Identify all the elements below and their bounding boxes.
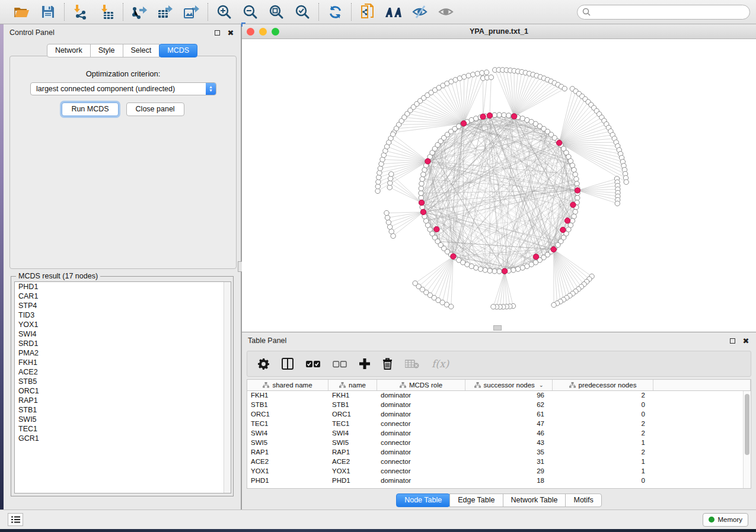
network-node[interactable]: [487, 268, 492, 273]
network-node[interactable]: [492, 269, 497, 274]
mcds-node[interactable]: [560, 227, 566, 232]
network-node[interactable]: [497, 269, 502, 274]
table-cell[interactable]: 96: [465, 391, 553, 400]
column-header-predecessor-nodes[interactable]: predecessor nodes: [553, 380, 653, 390]
network-node[interactable]: [575, 196, 580, 200]
table-cell[interactable]: SWI5: [328, 438, 377, 448]
table-cell[interactable]: 47: [465, 419, 553, 429]
table-cell[interactable]: connector: [377, 457, 465, 467]
table-cell[interactable]: 35: [465, 448, 553, 457]
network-node[interactable]: [492, 113, 497, 117]
network-node[interactable]: [515, 267, 520, 271]
task-history-button[interactable]: [8, 513, 23, 526]
network-node[interactable]: [413, 281, 417, 286]
table-row[interactable]: RAP1RAP1dominator352: [247, 448, 751, 457]
column-header-shared-name[interactable]: shared name: [247, 380, 328, 390]
import-table-icon[interactable]: [98, 3, 116, 21]
table-cell[interactable]: 43: [465, 438, 553, 448]
network-node[interactable]: [419, 191, 423, 196]
control-panel-close-button[interactable]: ✖: [227, 28, 235, 37]
search-input[interactable]: [594, 8, 745, 16]
table-cell[interactable]: YOX1: [328, 467, 377, 476]
tab-select[interactable]: Select: [123, 44, 160, 57]
tab-network-table[interactable]: Network Table: [503, 493, 566, 507]
close-panel-button[interactable]: Close panel: [126, 102, 184, 116]
network-node[interactable]: [511, 268, 516, 273]
network-node[interactable]: [376, 180, 381, 184]
mcds-node[interactable]: [434, 226, 439, 232]
table-cell[interactable]: connector: [377, 467, 465, 476]
mcds-result-item[interactable]: SRD1: [15, 339, 231, 348]
mcds-result-item[interactable]: ACE2: [15, 367, 231, 377]
tab-node-table[interactable]: Node Table: [396, 493, 450, 507]
table-cell[interactable]: PHD1: [247, 476, 328, 486]
table-cell[interactable]: connector: [377, 438, 465, 448]
table-cell[interactable]: 0: [553, 400, 653, 410]
network-node[interactable]: [375, 184, 380, 189]
table-row[interactable]: FKH1FKH1dominator962: [247, 391, 751, 400]
mcds-node[interactable]: [556, 140, 562, 145]
table-cell[interactable]: dominator: [377, 400, 465, 410]
tab-network[interactable]: Network: [47, 44, 91, 57]
network-window-titlebar[interactable]: YPA_prune.txt_1: [242, 24, 756, 39]
zoom-in-icon[interactable]: [215, 3, 233, 21]
deselect-all-icon[interactable]: [333, 360, 347, 368]
table-cell[interactable]: ORC1: [328, 410, 377, 419]
network-node[interactable]: [420, 177, 425, 181]
network-node[interactable]: [378, 166, 382, 171]
mcds-node[interactable]: [451, 254, 456, 259]
export-table-icon[interactable]: [157, 3, 174, 21]
table-cell[interactable]: 1: [553, 438, 653, 448]
network-node[interactable]: [551, 303, 556, 307]
network-node[interactable]: [419, 186, 423, 191]
zoom-selected-icon[interactable]: [294, 3, 311, 21]
table-cell[interactable]: 2: [553, 429, 653, 438]
refresh-icon[interactable]: [326, 3, 344, 21]
table-cell[interactable]: dominator: [377, 410, 465, 419]
network-node[interactable]: [470, 72, 475, 77]
mcds-result-item[interactable]: STP4: [15, 301, 231, 310]
table-cell[interactable]: 2: [553, 419, 653, 429]
table-cell[interactable]: SWI4: [328, 429, 377, 438]
memory-button[interactable]: Memory: [703, 513, 748, 527]
mcds-node[interactable]: [511, 114, 516, 119]
table-cell[interactable]: 1: [553, 467, 653, 476]
window-close-icon[interactable]: [247, 28, 254, 36]
zoom-fit-icon[interactable]: [267, 3, 285, 21]
network-node[interactable]: [421, 172, 426, 177]
table-cell[interactable]: dominator: [377, 391, 465, 400]
network-node[interactable]: [502, 113, 506, 117]
network-node[interactable]: [574, 177, 579, 181]
table-cell[interactable]: connector: [377, 419, 465, 429]
network-node[interactable]: [575, 181, 579, 186]
network-node[interactable]: [573, 209, 578, 214]
mcds-result-item[interactable]: ORC1: [15, 386, 231, 396]
table-cell[interactable]: RAP1: [247, 448, 328, 457]
delete-table-icon[interactable]: [382, 358, 393, 370]
table-cell[interactable]: ACE2: [328, 457, 377, 467]
table-row[interactable]: SWI4SWI4dominator462: [247, 429, 751, 438]
mcds-result-list[interactable]: PHD1CAR1STP4TID3YOX1SWI4SRD1PMA2FKH1ACE2…: [14, 281, 231, 493]
mcds-node[interactable]: [487, 113, 492, 118]
mcds-node[interactable]: [480, 114, 486, 119]
mcds-result-item[interactable]: SWI4: [15, 329, 231, 339]
mcds-result-item[interactable]: TID3: [15, 310, 231, 320]
table-cell[interactable]: YOX1: [247, 467, 328, 476]
table-cell[interactable]: dominator: [377, 476, 465, 486]
mcds-node[interactable]: [502, 268, 508, 274]
mcds-result-item[interactable]: YOX1: [15, 320, 231, 329]
network-node[interactable]: [384, 210, 389, 215]
table-cell[interactable]: TEC1: [328, 419, 377, 429]
network-node[interactable]: [419, 181, 424, 186]
network-node[interactable]: [475, 71, 480, 76]
table-row[interactable]: ORC1ORC1dominator610: [247, 410, 751, 419]
network-node[interactable]: [419, 196, 423, 200]
window-minimize-icon[interactable]: [259, 28, 267, 36]
tab-mcds[interactable]: MCDS: [159, 44, 197, 57]
table-scrollbar[interactable]: [743, 391, 751, 488]
show-columns-icon[interactable]: [282, 358, 294, 370]
run-mcds-button[interactable]: Run MCDS: [62, 102, 118, 116]
network-node[interactable]: [389, 229, 394, 234]
table-cell[interactable]: TEC1: [247, 419, 328, 429]
column-header-MCDS-role[interactable]: MCDS role: [377, 380, 465, 390]
